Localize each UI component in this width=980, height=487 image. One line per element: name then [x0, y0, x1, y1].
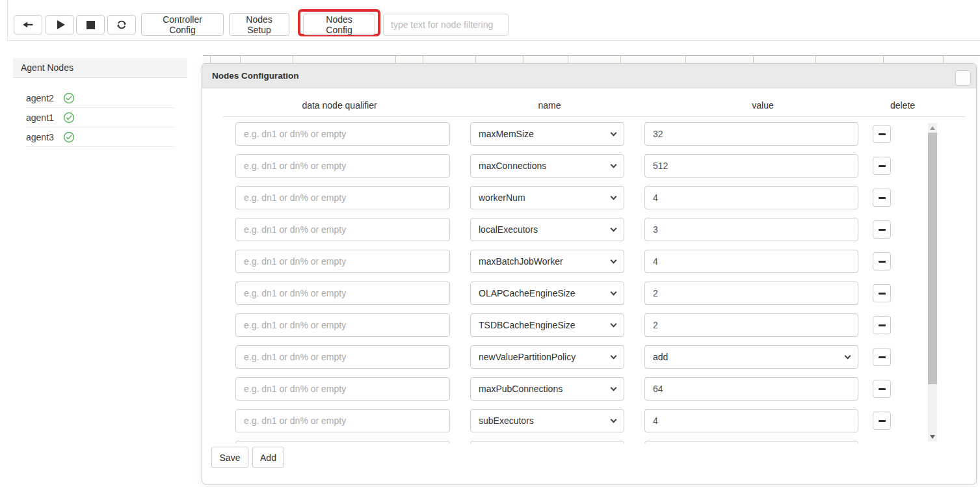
- delete-row-button[interactable]: [873, 348, 891, 366]
- qualifier-input[interactable]: [235, 282, 450, 305]
- delete-row-button[interactable]: [873, 412, 891, 430]
- scroll-up-button[interactable]: [928, 123, 937, 133]
- config-row: OLAPCacheEngineSize: [202, 282, 977, 305]
- chevron-down-icon: [611, 321, 617, 327]
- minus-icon: [879, 229, 886, 231]
- value-input[interactable]: [644, 122, 858, 146]
- chevron-down-icon: [611, 416, 617, 423]
- name-select[interactable]: maxPubConnections: [470, 377, 624, 401]
- qualifier-input[interactable]: [235, 313, 450, 337]
- check-circle-icon: [63, 112, 75, 124]
- qualifier-input[interactable]: [235, 377, 450, 401]
- config-row: TSDBCacheEngineSize: [202, 313, 977, 337]
- agent-item-agent3[interactable]: agent3: [26, 127, 174, 147]
- value-input[interactable]: [644, 282, 858, 305]
- name-select[interactable]: [470, 441, 624, 443]
- value-select[interactable]: add: [644, 345, 858, 369]
- qualifier-input[interactable]: [235, 186, 450, 209]
- minus-icon: [879, 133, 886, 135]
- run-button[interactable]: [46, 15, 74, 34]
- value-input[interactable]: [644, 377, 858, 401]
- delete-row-button[interactable]: [873, 284, 891, 302]
- value-input[interactable]: [644, 250, 858, 273]
- name-select[interactable]: localExecutors: [470, 218, 624, 241]
- config-row: maxPubConnections: [202, 377, 977, 401]
- config-row: subExecutors: [202, 409, 977, 432]
- name-select[interactable]: subExecutors: [470, 409, 624, 432]
- value-input[interactable]: [644, 409, 858, 432]
- agent-list: agent2agent1agent3: [26, 88, 174, 147]
- tab-nodes-setup[interactable]: Nodes Setup: [229, 13, 289, 36]
- config-row: maxBatchJobWorker: [202, 250, 977, 273]
- stop-button[interactable]: [76, 15, 105, 34]
- modal-header: Nodes Configuration: [202, 64, 976, 88]
- rows-scrollbar[interactable]: [928, 123, 937, 441]
- agent-item-agent1[interactable]: agent1: [26, 108, 174, 127]
- chevron-down-icon: [611, 225, 617, 231]
- qualifier-input[interactable]: [235, 154, 450, 178]
- delete-row-button[interactable]: [873, 380, 891, 398]
- refresh-icon: [116, 19, 127, 31]
- tab-controller-config[interactable]: Controller Config: [141, 13, 224, 36]
- config-rows: maxMemSizemaxConnectionsworkerNumlocalEx…: [202, 120, 977, 443]
- value-input[interactable]: [644, 218, 858, 241]
- config-row: maxConnections: [202, 154, 977, 178]
- background-table-strip: [203, 55, 980, 63]
- config-row: maxMemSize: [202, 122, 977, 146]
- config-row: workerNum: [202, 186, 977, 209]
- chevron-down-icon: [845, 352, 851, 359]
- name-select[interactable]: workerNum: [470, 186, 624, 209]
- column-header-value: value: [752, 100, 773, 111]
- nodes-configuration-modal: Nodes Configuration data node qualifier …: [202, 63, 977, 484]
- stop-icon: [86, 21, 95, 29]
- config-row: [202, 441, 977, 443]
- name-select[interactable]: maxMemSize: [470, 122, 624, 146]
- agent-item-agent2[interactable]: agent2: [26, 88, 174, 108]
- qualifier-input[interactable]: [235, 218, 450, 241]
- delete-row-button[interactable]: [873, 252, 891, 270]
- name-select[interactable]: newValuePartitionPolicy: [470, 345, 624, 369]
- delete-row-button[interactable]: [873, 157, 891, 175]
- chevron-down-icon: [611, 352, 617, 359]
- delete-row-button[interactable]: [873, 220, 891, 239]
- value-input[interactable]: [644, 313, 858, 337]
- minus-icon: [879, 261, 886, 263]
- qualifier-input[interactable]: [235, 441, 450, 443]
- column-header-name: name: [538, 100, 561, 111]
- qualifier-input[interactable]: [235, 122, 450, 146]
- chevron-down-icon: [611, 193, 617, 200]
- delete-row-button[interactable]: [873, 189, 891, 207]
- name-select[interactable]: maxConnections: [470, 154, 624, 178]
- back-arrow-icon: [22, 20, 34, 30]
- node-filter-input[interactable]: [383, 14, 509, 36]
- value-input[interactable]: [644, 154, 858, 178]
- check-circle-icon: [63, 131, 75, 143]
- column-header-qualifier: data node qualifier: [302, 100, 377, 111]
- name-select[interactable]: TSDBCacheEngineSize: [470, 313, 624, 337]
- config-row: localExecutors: [202, 218, 977, 241]
- toolbar-separator: [7, 40, 980, 41]
- modal-close-button[interactable]: [955, 70, 971, 86]
- value-input[interactable]: [644, 441, 858, 443]
- qualifier-input[interactable]: [235, 409, 450, 432]
- minus-icon: [879, 293, 886, 295]
- back-button[interactable]: [14, 15, 42, 34]
- play-icon: [57, 20, 65, 29]
- qualifier-input[interactable]: [235, 250, 450, 273]
- name-select[interactable]: maxBatchJobWorker: [470, 250, 624, 273]
- qualifier-input[interactable]: [235, 345, 450, 369]
- scroll-down-button[interactable]: [928, 432, 937, 441]
- app-screen: Controller Config Nodes Setup Nodes Conf…: [0, 0, 980, 487]
- name-select[interactable]: OLAPCacheEngineSize: [470, 282, 624, 305]
- tab-nodes-config[interactable]: Nodes Config: [303, 14, 375, 35]
- save-button[interactable]: Save: [211, 447, 248, 468]
- header-divider: [222, 116, 966, 117]
- panel-left-border: [7, 0, 8, 40]
- value-input[interactable]: [644, 186, 858, 209]
- delete-row-button[interactable]: [873, 316, 891, 334]
- delete-row-button[interactable]: [873, 125, 891, 143]
- scrollbar-thumb[interactable]: [928, 133, 937, 384]
- refresh-button[interactable]: [107, 15, 136, 34]
- triangle-up-icon: [930, 126, 935, 130]
- add-button[interactable]: Add: [252, 447, 284, 468]
